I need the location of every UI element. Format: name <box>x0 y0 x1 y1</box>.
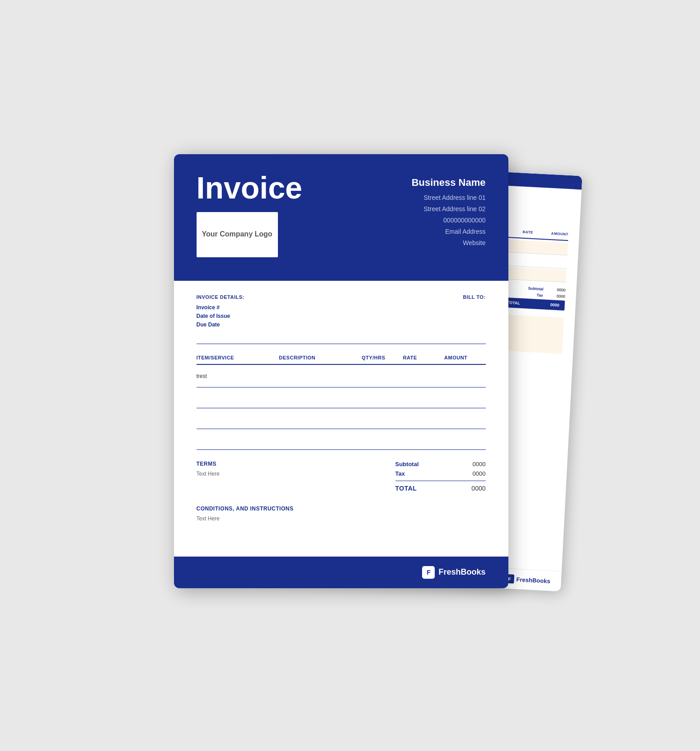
row3-desc <box>279 415 362 422</box>
bill-to-title: BILL TO: <box>463 294 485 300</box>
row1-amount <box>444 373 485 381</box>
freshbooks-icon: F <box>422 566 435 579</box>
back-subtotal-row: Subtotal 0000 <box>528 286 565 292</box>
table-row: trest <box>197 367 486 387</box>
conditions-section: CONDITIONS, AND INSTRUCTIONS Text Here <box>197 505 486 522</box>
col-amount: AMOUNT <box>444 355 485 360</box>
row4-item <box>197 435 279 443</box>
details-section-title: INVOICE DETAILS: <box>197 294 244 300</box>
date-of-issue-label: Date of Issue <box>197 313 244 319</box>
details-bill-row: INVOICE DETAILS: Invoice # Date of Issue… <box>197 294 486 330</box>
total-label: TOTAL <box>395 485 417 492</box>
subtotal-row: Subtotal 0000 <box>395 461 486 468</box>
back-subtotal-value: 0000 <box>557 287 565 292</box>
back-freshbooks-name: FreshBooks <box>516 576 550 584</box>
address-line1: Street Address line 01 <box>412 192 486 203</box>
tax-value: 0000 <box>473 470 486 477</box>
tax-label: Tax <box>395 470 405 477</box>
logo-box: Your Company Logo <box>197 212 278 257</box>
totals-divider <box>395 481 486 481</box>
invoice-header: Invoice Your Company Logo Business Name … <box>174 154 508 281</box>
row2-rate <box>403 394 444 401</box>
bill-to-section: BILL TO: <box>463 294 485 330</box>
back-tax-value: 0000 <box>556 293 565 298</box>
invoice-title: Invoice <box>197 172 302 203</box>
row2-qty <box>362 394 403 401</box>
table-header-row: ITEM/SERVICE DESCRIPTION QTY/HRS RATE AM… <box>197 355 486 365</box>
tax-row: Tax 0000 <box>395 470 486 477</box>
header-divider <box>197 344 486 344</box>
row4-rate <box>403 435 444 443</box>
terms-title: TERMS <box>197 461 220 467</box>
website: Website <box>412 237 486 249</box>
logo-text: Your Company Logo <box>202 230 272 239</box>
table-row <box>197 408 486 429</box>
row2-desc <box>279 394 362 401</box>
address-line2: Street Address line 02 <box>412 203 486 215</box>
bottom-section: TERMS Text Here Subtotal 0000 Tax 0000 T… <box>197 461 486 492</box>
back-total-label: TOTAL <box>507 300 520 306</box>
row3-rate <box>403 415 444 422</box>
back-amount-header: AMOUNT <box>551 231 568 236</box>
business-name: Business Name <box>412 177 486 189</box>
row1-qty <box>362 373 403 381</box>
header-left: Invoice Your Company Logo <box>197 172 302 257</box>
row4-desc <box>279 435 362 443</box>
col-qty: QTY/HRS <box>362 355 403 360</box>
subtotal-label: Subtotal <box>395 461 419 468</box>
back-tax-row: Tax 0000 <box>536 293 565 298</box>
terms-section: TERMS Text Here <box>197 461 220 477</box>
row1-desc <box>279 373 362 381</box>
back-freshbooks-logo: F FreshBooks <box>505 574 550 585</box>
row2-item <box>197 394 279 401</box>
email: Email Address <box>412 226 486 237</box>
back-tax-label: Tax <box>536 293 543 298</box>
row4-amount <box>444 435 485 443</box>
freshbooks-logo: F FreshBooks <box>422 566 485 579</box>
table-row <box>197 429 486 450</box>
due-date-label: Due Date <box>197 321 244 328</box>
row1-rate <box>403 373 444 381</box>
col-item: ITEM/SERVICE <box>197 355 279 360</box>
row3-amount <box>444 415 485 422</box>
back-total-value: 0000 <box>550 302 559 307</box>
invoice-body: INVOICE DETAILS: Invoice # Date of Issue… <box>174 281 508 553</box>
col-rate: RATE <box>403 355 444 360</box>
back-total-bar: TOTAL 0000 <box>501 297 565 310</box>
invoice-footer: F FreshBooks <box>174 557 508 588</box>
conditions-title: CONDITIONS, AND INSTRUCTIONS <box>197 505 486 512</box>
invoice-details-section: INVOICE DETAILS: Invoice # Date of Issue… <box>197 294 244 330</box>
row4-qty <box>362 435 403 443</box>
invoice-num-label: Invoice # <box>197 304 244 311</box>
row1-item: trest <box>197 373 279 381</box>
header-right: Business Name Street Address line 01 Str… <box>412 172 486 249</box>
conditions-text: Text Here <box>197 515 486 522</box>
total-value: 0000 <box>471 485 485 492</box>
invoice-front: Invoice Your Company Logo Business Name … <box>174 154 508 588</box>
invoice-table: ITEM/SERVICE DESCRIPTION QTY/HRS RATE AM… <box>197 355 486 450</box>
row3-qty <box>362 415 403 422</box>
subtotal-value: 0000 <box>473 461 486 468</box>
totals-section: Subtotal 0000 Tax 0000 TOTAL 0000 <box>395 461 486 492</box>
total-final-row: TOTAL 0000 <box>395 485 486 492</box>
phone: 000000000000 <box>412 215 486 226</box>
terms-text: Text Here <box>197 471 220 477</box>
freshbooks-name: FreshBooks <box>438 567 485 577</box>
row3-item <box>197 415 279 422</box>
row2-amount <box>444 394 485 401</box>
table-row <box>197 387 486 408</box>
invoice-scene: INVOICE DETAILS: Invoice # 0000 Date of … <box>174 154 526 597</box>
back-rate-header: RATE <box>522 230 533 234</box>
col-desc: DESCRIPTION <box>279 355 362 360</box>
back-subtotal-label: Subtotal <box>528 286 543 291</box>
